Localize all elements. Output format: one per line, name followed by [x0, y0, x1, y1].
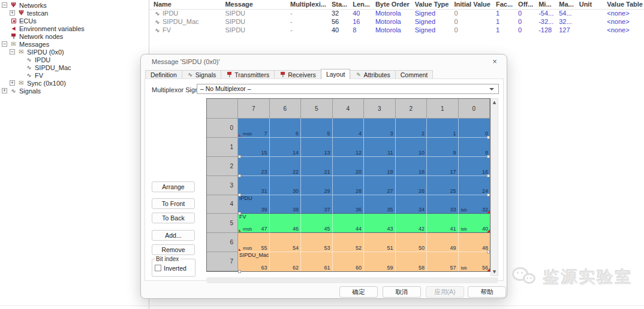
tab-attributes[interactable]: ✎Attributes	[350, 70, 395, 79]
collapse-icon[interactable]: −	[10, 49, 15, 54]
bit-cell-3[interactable]: 3	[364, 119, 396, 138]
signal-name-cell[interactable]: ∿IPDU	[149, 9, 221, 17]
bit-cell-60[interactable]: 60	[333, 252, 365, 271]
table-cell[interactable]: <none>	[603, 17, 644, 26]
bit-cell-23[interactable]: 23	[238, 157, 270, 176]
tree-item-ecus[interactable]: ECUs	[0, 17, 148, 25]
bit-cell-15[interactable]: 15	[238, 138, 270, 157]
tree-item-testcan[interactable]: +Ψtestcan	[0, 9, 148, 17]
col-header-value-type[interactable]: Value Type	[411, 0, 450, 9]
drag-handle[interactable]	[487, 174, 490, 177]
table-cell[interactable]: 1	[492, 17, 514, 26]
table-cell[interactable]: -	[286, 17, 327, 26]
bit-cell-2[interactable]: 2	[396, 119, 428, 138]
table-cell[interactable]: 0	[514, 9, 534, 17]
table-cell[interactable]: 1	[492, 9, 514, 17]
table-cell[interactable]: -	[286, 26, 327, 34]
arrange-button[interactable]: Arrange	[152, 181, 195, 192]
bit-cell-14[interactable]: 14	[270, 138, 302, 157]
tree-item-sync-0x100[interactable]: +✉Sync (0x100)	[0, 79, 148, 87]
table-cell[interactable]: 127	[555, 26, 574, 34]
bit-cell-7[interactable]: 7msb	[238, 119, 270, 138]
tab-definition[interactable]: Definition	[145, 70, 182, 79]
bit-cell-35[interactable]: 35	[364, 195, 396, 214]
bit-cell-26[interactable]: 26	[396, 176, 428, 195]
bit-cell-41[interactable]: 41	[427, 214, 459, 233]
tree-item-sipdu-mac[interactable]: ∿SIPDU_Mac	[0, 63, 148, 71]
bit-cell-29[interactable]: 29	[301, 176, 333, 195]
table-cell[interactable]: 40	[327, 26, 348, 34]
bit-cell-48[interactable]: 48	[459, 233, 490, 252]
expand-icon[interactable]: +	[2, 88, 7, 93]
bit-cell-30[interactable]: 30	[270, 176, 302, 195]
table-cell[interactable]: 8	[348, 26, 371, 34]
collapse-icon[interactable]: −	[2, 41, 7, 47]
table-cell[interactable]: Motorola	[371, 26, 411, 34]
bit-cell-16[interactable]: 16	[459, 157, 490, 176]
bit-cell-57[interactable]: 57	[427, 252, 459, 271]
table-cell[interactable]: Signed	[411, 17, 450, 26]
col-header-message[interactable]: Message	[221, 0, 286, 9]
bit-cell-46[interactable]: 46	[270, 214, 302, 233]
col-header-mi[interactable]: Mi...	[534, 0, 555, 9]
tab-comment[interactable]: Comment	[395, 70, 434, 79]
bit-cell-47[interactable]: 47FVmsb	[238, 214, 270, 233]
table-cell[interactable]: <none>	[603, 26, 644, 34]
expand-icon[interactable]: +	[10, 80, 15, 86]
bit-cell-21[interactable]: 21	[301, 157, 333, 176]
bit-cell-44[interactable]: 44	[333, 214, 365, 233]
bit-cell-39[interactable]: 39IPDU	[238, 195, 270, 214]
table-cell[interactable]: 32...	[555, 17, 574, 26]
bit-cell-33[interactable]: 33	[427, 195, 459, 214]
table-cell[interactable]: -128	[534, 26, 555, 34]
tab-layout[interactable]: Layout	[321, 69, 351, 79]
col-header-off[interactable]: Off...	[514, 0, 534, 9]
bit-cell-58[interactable]: 58	[396, 252, 428, 271]
tree-item-networks[interactable]: −ΨNetworks	[0, 1, 148, 9]
add-button[interactable]: Add...	[152, 230, 195, 241]
table-cell[interactable]: Motorola	[371, 9, 411, 17]
table-cell[interactable]	[575, 9, 603, 17]
tab-signals[interactable]: ∿Signals	[182, 70, 221, 79]
vertical-scrollbar[interactable]: ▲ ▼	[490, 98, 498, 276]
bit-cell-49[interactable]: 49	[427, 233, 459, 252]
bit-cell-1[interactable]: 1	[427, 119, 459, 138]
tree-item-fv[interactable]: ∿FV	[0, 71, 148, 79]
col-header-multiplexi[interactable]: Multiplexi...	[286, 0, 327, 9]
scroll-down-icon[interactable]: ▼	[491, 269, 498, 274]
bit-cell-62[interactable]: 62	[270, 252, 302, 271]
bit-cell-43[interactable]: 43	[364, 214, 396, 233]
bit-cell-6[interactable]: 6	[270, 119, 302, 138]
expand-icon[interactable]: +	[10, 10, 15, 16]
to-front-button[interactable]: To Front	[152, 198, 195, 209]
bit-cell-50[interactable]: 50	[396, 233, 428, 252]
bit-cell-0[interactable]: 0	[459, 119, 490, 138]
tree-item-network-nodes[interactable]: Network nodes	[0, 32, 148, 40]
horizontal-scrollbar[interactable]	[206, 277, 498, 283]
bit-cell-53[interactable]: 53	[301, 233, 333, 252]
drag-handle[interactable]	[238, 155, 241, 158]
drag-handle[interactable]	[238, 174, 241, 177]
bit-cell-54[interactable]: 54	[270, 233, 302, 252]
bit-cell-56[interactable]: 56lsb	[459, 252, 490, 271]
col-header-sta[interactable]: Sta...	[327, 0, 348, 9]
remove-button[interactable]: Remove	[152, 244, 195, 255]
table-cell[interactable]	[575, 26, 603, 34]
bit-cell-22[interactable]: 22	[270, 157, 302, 176]
bit-cell-20[interactable]: 20	[333, 157, 365, 176]
col-header-ma[interactable]: Ma...	[555, 0, 574, 9]
table-cell[interactable]: 16	[348, 17, 371, 26]
bit-cell-25[interactable]: 25	[427, 176, 459, 195]
table-cell[interactable]: 56	[327, 17, 348, 26]
to-back-button[interactable]: To Back	[152, 213, 195, 223]
bit-cell-28[interactable]: 28	[333, 176, 365, 195]
bit-cell-36[interactable]: 36	[333, 195, 365, 214]
drag-handle[interactable]	[238, 270, 241, 273]
bit-cell-59[interactable]: 59	[364, 252, 396, 271]
bit-cell-19[interactable]: 19	[364, 157, 396, 176]
col-header-name[interactable]: Name	[149, 0, 221, 9]
table-cell[interactable]: -32...	[534, 17, 555, 26]
bit-cell-13[interactable]: 13	[301, 138, 333, 157]
table-cell[interactable]: -54...	[534, 9, 555, 17]
table-cell[interactable]: SIPDU	[221, 17, 286, 26]
